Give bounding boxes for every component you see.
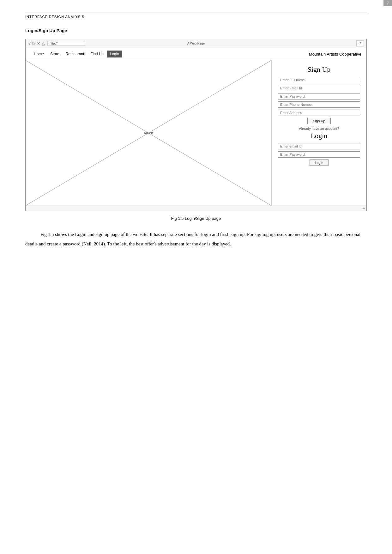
browser-content: Home Store Restaurant Find Us Login Moun… bbox=[26, 48, 366, 206]
nav-item-findus[interactable]: Find Us bbox=[87, 51, 106, 57]
signup-phone-input[interactable] bbox=[278, 101, 360, 108]
browser-mockup: A Web Page ◁ ▷ ✕ △ ⟳ Home Store Restaura… bbox=[25, 39, 367, 211]
signup-button[interactable]: Sign Up bbox=[307, 118, 330, 124]
ad-label: Advert bbox=[144, 131, 153, 135]
site-navbar: Home Store Restaurant Find Us Login Moun… bbox=[26, 48, 366, 60]
login-email-input[interactable] bbox=[278, 143, 360, 149]
refresh-button[interactable]: ⟳ bbox=[356, 40, 364, 46]
login-password-input[interactable] bbox=[278, 151, 360, 158]
signup-fullname-input[interactable] bbox=[278, 77, 360, 83]
figure-caption: Fig 1.5 Login/Sign Up page bbox=[25, 216, 367, 221]
page-number: 7 bbox=[383, 0, 392, 6]
signup-section: Sign Up Sign Up Already have an account? bbox=[278, 65, 360, 130]
header-rule bbox=[25, 13, 367, 13]
already-account-text: Already have an account? bbox=[278, 127, 360, 130]
section-heading: Login/Sign Up Page bbox=[25, 28, 367, 33]
home-icon[interactable]: △ bbox=[42, 41, 45, 46]
site-brand: Mountain Artists Cooperative bbox=[309, 52, 361, 57]
browser-page-title: A Web Page bbox=[187, 42, 205, 45]
browser-toolbar: A Web Page ◁ ▷ ✕ △ ⟳ bbox=[26, 39, 366, 48]
nav-item-home[interactable]: Home bbox=[31, 51, 47, 57]
signup-email-input[interactable] bbox=[278, 85, 360, 91]
nav-item-login[interactable]: Login bbox=[107, 51, 122, 57]
nav-items: Home Store Restaurant Find Us Login bbox=[31, 51, 122, 57]
status-icon: ✏ bbox=[363, 207, 365, 210]
browser-statusbar: ✏ bbox=[26, 206, 366, 211]
url-bar[interactable] bbox=[47, 41, 85, 46]
nav-item-restaurant[interactable]: Restaurant bbox=[63, 51, 87, 57]
signup-title: Sign Up bbox=[278, 65, 360, 74]
page-header: INTERFACE DESIGN ANALYSIS bbox=[25, 15, 367, 19]
nav-item-store[interactable]: Store bbox=[47, 51, 63, 57]
body-paragraph: Fig 1.5 shows the Login and sign up page… bbox=[25, 230, 367, 249]
browser-nav-icons: ◁ ▷ ✕ △ bbox=[28, 41, 45, 46]
close-icon[interactable]: ✕ bbox=[37, 41, 40, 46]
signup-address-input[interactable] bbox=[278, 110, 360, 116]
auth-panel: Sign Up Sign Up Already have an account?… bbox=[272, 60, 366, 206]
signup-password-input[interactable] bbox=[278, 93, 360, 99]
back-icon[interactable]: ◁ bbox=[28, 41, 31, 46]
login-title: Login bbox=[278, 132, 360, 140]
site-main: Advert Sign Up Sign Up Already have an a… bbox=[26, 60, 366, 206]
login-section: Login Login bbox=[278, 132, 360, 166]
login-button[interactable]: Login bbox=[310, 160, 329, 166]
ad-section: Advert bbox=[26, 60, 272, 206]
forward-icon[interactable]: ▷ bbox=[33, 41, 36, 46]
